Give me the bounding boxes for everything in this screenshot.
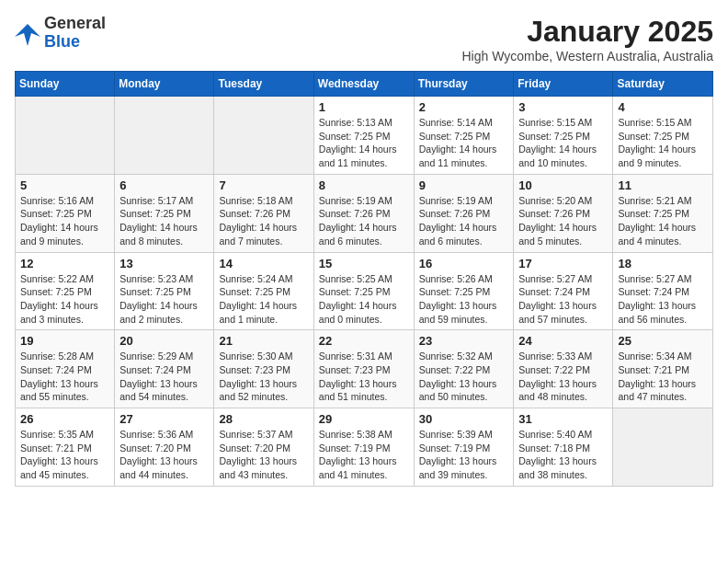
day-number: 12 (20, 257, 109, 270)
day-info: Sunrise: 5:38 AMSunset: 7:19 PMDaylight:… (319, 428, 409, 482)
day-number: 2 (419, 100, 509, 114)
weekday-header-tuesday: Tuesday (214, 72, 313, 97)
weekday-header-thursday: Thursday (414, 72, 514, 97)
day-info: Sunrise: 5:25 AMSunset: 7:25 PMDaylight:… (319, 272, 409, 327)
day-number: 27 (119, 412, 209, 426)
calendar-cell: 28Sunrise: 5:37 AMSunset: 7:20 PMDayligh… (214, 408, 313, 487)
day-number: 21 (219, 334, 308, 348)
day-info: Sunrise: 5:20 AMSunset: 7:26 PMDaylight:… (518, 194, 608, 248)
day-info: Sunrise: 5:21 AMSunset: 7:25 PMDaylight:… (618, 194, 708, 248)
day-number: 20 (119, 334, 209, 348)
weekday-header-sunday: Sunday (16, 72, 115, 97)
calendar-week-row: 19Sunrise: 5:28 AMSunset: 7:24 PMDayligh… (16, 330, 713, 408)
day-number: 3 (518, 100, 608, 114)
day-number: 14 (219, 257, 308, 270)
calendar-cell: 23Sunrise: 5:32 AMSunset: 7:22 PMDayligh… (414, 330, 514, 408)
calendar-cell: 1Sunrise: 5:13 AMSunset: 7:25 PMDaylight… (313, 97, 414, 175)
calendar-week-row: 26Sunrise: 5:35 AMSunset: 7:21 PMDayligh… (16, 408, 713, 487)
calendar-cell: 21Sunrise: 5:30 AMSunset: 7:23 PMDayligh… (214, 330, 313, 408)
calendar-cell: 16Sunrise: 5:26 AMSunset: 7:25 PMDayligh… (414, 252, 514, 330)
calendar-cell: 14Sunrise: 5:24 AMSunset: 7:25 PMDayligh… (214, 252, 313, 330)
day-info: Sunrise: 5:30 AMSunset: 7:23 PMDaylight:… (219, 350, 308, 404)
day-info: Sunrise: 5:32 AMSunset: 7:22 PMDaylight:… (419, 350, 509, 404)
calendar-week-row: 12Sunrise: 5:22 AMSunset: 7:25 PMDayligh… (16, 252, 713, 330)
day-number: 24 (518, 334, 608, 348)
day-number: 5 (20, 178, 109, 192)
day-info: Sunrise: 5:19 AMSunset: 7:26 PMDaylight:… (319, 194, 409, 248)
day-info: Sunrise: 5:18 AMSunset: 7:26 PMDaylight:… (219, 194, 308, 248)
calendar-cell: 27Sunrise: 5:36 AMSunset: 7:20 PMDayligh… (115, 408, 214, 487)
calendar-cell: 15Sunrise: 5:25 AMSunset: 7:25 PMDayligh… (313, 252, 414, 330)
day-number: 18 (618, 257, 708, 270)
calendar-cell: 9Sunrise: 5:19 AMSunset: 7:26 PMDaylight… (414, 174, 514, 252)
calendar-cell: 19Sunrise: 5:28 AMSunset: 7:24 PMDayligh… (16, 330, 115, 408)
title-block: January 2025 High Wycombe, Western Austr… (461, 15, 713, 63)
logo-blue-text: Blue (44, 32, 80, 51)
day-info: Sunrise: 5:16 AMSunset: 7:25 PMDaylight:… (20, 194, 109, 248)
day-info: Sunrise: 5:22 AMSunset: 7:25 PMDaylight:… (20, 272, 109, 327)
day-info: Sunrise: 5:28 AMSunset: 7:24 PMDaylight:… (20, 350, 109, 404)
day-number: 16 (419, 257, 509, 270)
day-number: 17 (518, 257, 608, 270)
page-header: General Blue January 2025 High Wycombe, … (15, 15, 713, 63)
day-number: 10 (518, 178, 608, 192)
day-info: Sunrise: 5:23 AMSunset: 7:25 PMDaylight:… (119, 272, 209, 327)
calendar-week-row: 5Sunrise: 5:16 AMSunset: 7:25 PMDaylight… (16, 174, 713, 252)
calendar-cell (613, 408, 713, 487)
calendar-cell: 25Sunrise: 5:34 AMSunset: 7:21 PMDayligh… (613, 330, 713, 408)
day-number: 30 (419, 412, 509, 426)
calendar-cell: 22Sunrise: 5:31 AMSunset: 7:23 PMDayligh… (313, 330, 414, 408)
calendar-cell: 8Sunrise: 5:19 AMSunset: 7:26 PMDaylight… (313, 174, 414, 252)
day-info: Sunrise: 5:26 AMSunset: 7:25 PMDaylight:… (419, 272, 509, 327)
day-info: Sunrise: 5:33 AMSunset: 7:22 PMDaylight:… (518, 350, 608, 404)
calendar-cell: 29Sunrise: 5:38 AMSunset: 7:19 PMDayligh… (313, 408, 414, 487)
day-number: 28 (219, 412, 308, 426)
day-info: Sunrise: 5:29 AMSunset: 7:24 PMDaylight:… (119, 350, 209, 404)
day-info: Sunrise: 5:31 AMSunset: 7:23 PMDaylight:… (319, 350, 409, 404)
day-number: 6 (119, 178, 209, 192)
calendar-cell: 10Sunrise: 5:20 AMSunset: 7:26 PMDayligh… (514, 174, 613, 252)
weekday-header-wednesday: Wednesday (313, 72, 414, 97)
day-number: 23 (419, 334, 509, 348)
calendar-week-row: 1Sunrise: 5:13 AMSunset: 7:25 PMDaylight… (16, 97, 713, 175)
day-info: Sunrise: 5:24 AMSunset: 7:25 PMDaylight:… (219, 272, 308, 327)
day-number: 1 (319, 100, 409, 114)
logo-icon (15, 20, 40, 46)
calendar-cell: 17Sunrise: 5:27 AMSunset: 7:24 PMDayligh… (514, 252, 613, 330)
day-number: 11 (618, 178, 708, 192)
calendar-cell: 13Sunrise: 5:23 AMSunset: 7:25 PMDayligh… (115, 252, 214, 330)
day-number: 4 (618, 100, 708, 114)
day-info: Sunrise: 5:14 AMSunset: 7:25 PMDaylight:… (419, 116, 509, 170)
calendar-cell (214, 97, 313, 175)
day-number: 26 (20, 412, 109, 426)
calendar-table: SundayMondayTuesdayWednesdayThursdayFrid… (15, 71, 713, 487)
weekday-header-row: SundayMondayTuesdayWednesdayThursdayFrid… (16, 72, 713, 97)
weekday-header-friday: Friday (514, 72, 613, 97)
day-info: Sunrise: 5:15 AMSunset: 7:25 PMDaylight:… (618, 116, 708, 170)
day-number: 25 (618, 334, 708, 348)
month-title: January 2025 (461, 15, 713, 49)
day-info: Sunrise: 5:36 AMSunset: 7:20 PMDaylight:… (119, 428, 209, 482)
calendar-cell: 24Sunrise: 5:33 AMSunset: 7:22 PMDayligh… (514, 330, 613, 408)
day-info: Sunrise: 5:27 AMSunset: 7:24 PMDaylight:… (518, 272, 608, 327)
calendar-cell: 12Sunrise: 5:22 AMSunset: 7:25 PMDayligh… (16, 252, 115, 330)
day-number: 9 (419, 178, 509, 192)
day-number: 29 (319, 412, 409, 426)
location-subtitle: High Wycombe, Western Australia, Austral… (461, 49, 713, 63)
day-info: Sunrise: 5:35 AMSunset: 7:21 PMDaylight:… (20, 428, 109, 482)
day-number: 22 (319, 334, 409, 348)
day-info: Sunrise: 5:39 AMSunset: 7:19 PMDaylight:… (419, 428, 509, 482)
calendar-cell (115, 97, 214, 175)
day-number: 19 (20, 334, 109, 348)
logo: General Blue (15, 15, 106, 52)
day-info: Sunrise: 5:40 AMSunset: 7:18 PMDaylight:… (518, 428, 608, 482)
day-info: Sunrise: 5:37 AMSunset: 7:20 PMDaylight:… (219, 428, 308, 482)
logo-general-text: General (44, 14, 106, 32)
calendar-cell: 30Sunrise: 5:39 AMSunset: 7:19 PMDayligh… (414, 408, 514, 487)
day-info: Sunrise: 5:15 AMSunset: 7:25 PMDaylight:… (518, 116, 608, 170)
calendar-cell: 2Sunrise: 5:14 AMSunset: 7:25 PMDaylight… (414, 97, 514, 175)
day-info: Sunrise: 5:19 AMSunset: 7:26 PMDaylight:… (419, 194, 509, 248)
calendar-cell: 18Sunrise: 5:27 AMSunset: 7:24 PMDayligh… (613, 252, 713, 330)
calendar-cell: 4Sunrise: 5:15 AMSunset: 7:25 PMDaylight… (613, 97, 713, 175)
day-info: Sunrise: 5:17 AMSunset: 7:25 PMDaylight:… (119, 194, 209, 248)
